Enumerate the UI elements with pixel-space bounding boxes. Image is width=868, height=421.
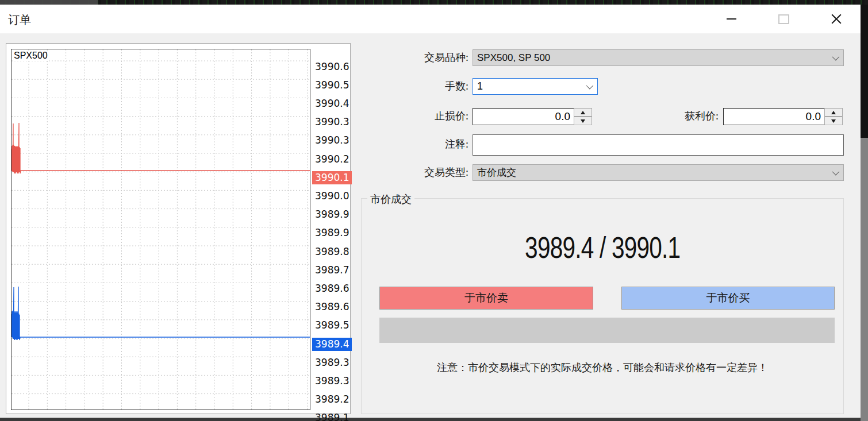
- price-axis-label: 3989.3: [312, 374, 352, 388]
- chart-symbol-label: SPX500: [13, 51, 49, 61]
- chevron-down-icon: [832, 53, 840, 61]
- order-type-label: 交易类型:: [368, 164, 468, 181]
- price-axis-label: 3989.1: [312, 411, 352, 421]
- progress-bar: [379, 318, 835, 343]
- buy-at-market-button[interactable]: 于市价买: [621, 287, 835, 310]
- stop-loss-field[interactable]: 0.0: [473, 108, 574, 125]
- volume-combo-value: 1: [477, 80, 483, 92]
- ask-tick-line: [11, 123, 310, 173]
- background-app-strip: [0, 0, 868, 5]
- price-axis-label: 3989.8: [312, 245, 352, 258]
- volume-label: 手数:: [368, 78, 468, 95]
- arrow-up-icon: [831, 111, 836, 114]
- price-axis-label: 3990.0: [312, 190, 352, 203]
- price-axis-label: 3989.6: [312, 282, 352, 295]
- stop-loss-label: 止损价:: [368, 108, 468, 125]
- take-profit-spin-up-button[interactable]: [824, 108, 843, 117]
- price-axis-label: 3989.3: [312, 356, 352, 369]
- take-profit-spinner: [824, 108, 843, 125]
- sell-at-market-button[interactable]: 于市价卖: [379, 287, 593, 310]
- market-execution-group: 市价成交 3989.4 / 3990.1 于市价卖 于市价买 注意：市价交易模式…: [361, 198, 844, 414]
- price-axis-label: 3990.3: [312, 115, 352, 129]
- volume-combo[interactable]: 1: [473, 78, 598, 95]
- symbol-label: 交易品种:: [368, 49, 468, 66]
- background-app-strip-left: [0, 0, 98, 5]
- price-axis-label: 3990.1: [312, 171, 352, 184]
- close-icon: [831, 13, 842, 25]
- arrow-down-icon: [831, 119, 836, 123]
- close-button[interactable]: [823, 7, 850, 30]
- symbol-combo-value: SPX500, SP 500: [477, 52, 550, 63]
- price-axis-label: 3989.7: [312, 264, 352, 277]
- price-axis-label: 3989.2: [312, 393, 352, 406]
- comment-input[interactable]: [473, 134, 844, 156]
- price-axis-label: 3990.2: [312, 153, 352, 166]
- price-axis-label: 3990.3: [312, 134, 352, 147]
- order-type-combo[interactable]: 市价成交: [473, 164, 844, 181]
- arrow-down-icon: [581, 119, 585, 123]
- maximize-icon: [778, 14, 789, 24]
- tick-chart-plot: [11, 49, 310, 410]
- arrow-up-icon: [581, 111, 585, 114]
- background-app-strip-right-dark: [861, 5, 868, 138]
- price-axis-label: 3989.6: [312, 300, 352, 314]
- price-axis-label: 3989.4: [312, 338, 352, 351]
- price-axis: 3990.63990.53990.43990.33990.33990.23990…: [312, 44, 350, 414]
- title-bar: 订单: [0, 5, 861, 33]
- price-axis-label: 3989.9: [312, 226, 352, 240]
- minimize-icon: [727, 18, 736, 20]
- bid-tick-line: [11, 287, 310, 340]
- group-title: 市价成交: [367, 192, 414, 206]
- price-axis-label: 3989.5: [312, 319, 352, 332]
- chevron-down-icon: [832, 168, 840, 176]
- minimize-button[interactable]: [718, 7, 744, 30]
- notice-text: 注意：市价交易模式下的实际成交价格，可能会和请求价格有一定差异！: [362, 361, 843, 374]
- stop-loss-spinner: [574, 108, 592, 125]
- dialog-title: 订单: [8, 12, 31, 28]
- symbol-combo[interactable]: SPX500, SP 500: [473, 49, 844, 66]
- price-axis-label: 3989.9: [312, 208, 352, 221]
- screen: 订单 SPX500 3990.63990.53990.43990.33990.3…: [0, 0, 868, 421]
- tick-chart-panel: SPX500 3990.63990.53990.43990.33990.3399…: [6, 43, 351, 414]
- price-axis-label: 3990.5: [312, 79, 352, 92]
- price-axis-label: 3990.4: [312, 97, 352, 110]
- stop-loss-spin-up-button[interactable]: [574, 108, 592, 117]
- take-profit-field[interactable]: 0.0: [723, 108, 825, 125]
- maximize-button[interactable]: [770, 7, 797, 30]
- price-axis-label: 3990.6: [312, 60, 352, 74]
- tick-chart-svg: [11, 49, 310, 410]
- bid-ask-price-display: 3989.4 / 3990.1: [362, 230, 843, 265]
- take-profit-spin-down-button[interactable]: [824, 117, 843, 125]
- chevron-down-icon: [586, 82, 594, 90]
- comment-label: 注释:: [368, 136, 468, 153]
- take-profit-label: 获利价:: [618, 108, 719, 125]
- order-type-combo-value: 市价成交: [477, 167, 516, 178]
- stop-loss-spin-down-button[interactable]: [574, 117, 592, 125]
- background-app-strip-bottom: [0, 418, 861, 421]
- order-dialog: 订单 SPX500 3990.63990.53990.43990.33990.3…: [0, 5, 861, 418]
